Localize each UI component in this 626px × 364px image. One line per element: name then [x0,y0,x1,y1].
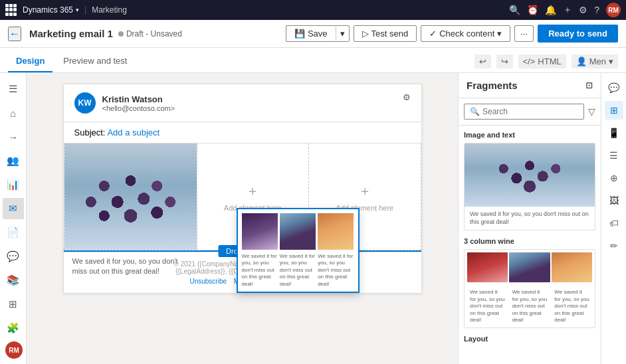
comment-icon[interactable]: 💬 [605,78,623,97]
check-chevron-icon: ▾ [497,29,502,39]
fragment-section-layout: Layout [464,335,595,343]
clock-icon[interactable]: ⏰ [527,5,538,15]
image-icon[interactable]: 🖼 [605,191,623,210]
test-send-icon: ▷ [362,29,369,39]
undo-button[interactable]: ↩ [474,54,491,68]
drag-col-text-2: We saved it for you, so you don't miss o… [280,251,316,288]
sidebar-item-library[interactable]: 📚 [3,270,24,291]
app-grid-icon[interactable] [5,4,17,16]
test-send-button[interactable]: ▷ Test send [354,25,417,42]
men-chevron-icon: ▾ [609,56,613,66]
search-icon: 🔍 [470,107,480,116]
fragment-3col-thumbs [465,250,595,285]
sidebar-item-menu[interactable]: ☰ [3,78,24,100]
brand-label[interactable]: Dynamics 365 ▾ [23,5,79,15]
sidebar-item-email[interactable]: ✉ [3,198,24,219]
sidebar-item-grid[interactable]: ⊞ [3,294,24,315]
status-dot-icon [118,31,124,37]
sidebar-item-chat[interactable]: 💬 [3,246,24,267]
plus-icon[interactable]: ＋ [563,4,572,16]
email-header-left: KW Kristin Watson <hello@contoso.com> [74,92,175,114]
sidebar-item-recent[interactable]: → [3,126,24,147]
redo-button[interactable]: ↪ [496,54,513,68]
plus-icon: ＋ [358,182,371,200]
frag-thumb-wine-1 [467,252,508,282]
tab-design[interactable]: Design [8,50,52,72]
sidebar-item-people[interactable]: 👥 [3,150,24,171]
fragment-image-area [465,143,595,207]
tab-actions: ↩ ↪ </> HTML 👤 Men ▾ [474,54,618,72]
save-dropdown-button[interactable]: ▾ [336,25,350,42]
page-title: Marketing email 1 [29,28,113,39]
search-input[interactable] [482,107,578,116]
tab-bar: Design Preview and test ↩ ↪ </> HTML 👤 M… [0,48,626,73]
bottom-avatar[interactable]: RM [5,341,23,359]
sender-name: Kristin Watson [102,94,175,104]
settings-icon[interactable]: ⚙ [403,92,411,102]
check-content-button[interactable]: ✓ Check content ▾ [421,25,510,42]
men-button[interactable]: 👤 Men ▾ [572,54,618,68]
elements-icon[interactable]: ⊞ [605,101,623,120]
fragments-search-box: 🔍 ▽ [459,98,601,126]
sidebar-item-page[interactable]: 📄 [3,222,24,243]
email-canvas: KW Kristin Watson <hello@contoso.com> ⚙ … [27,73,458,364]
drag-preview: We saved it for you, so you don't miss o… [237,208,360,293]
drag-col-text-3: We saved it for you, so you don't miss o… [318,251,354,288]
save-button-group: 💾 Save ▾ [286,25,350,42]
save-icon: 💾 [294,29,305,39]
section-title-layout: Layout [464,335,595,343]
drag-thumb-1 [242,213,278,250]
html-button[interactable]: </> HTML [518,54,566,68]
email-header: KW Kristin Watson <hello@contoso.com> ⚙ [64,84,421,122]
sender-avatar: KW [74,92,96,114]
fragment-card-image-text[interactable]: We saved it for you, so you don't miss o… [464,143,595,230]
search-input-wrapper[interactable]: 🔍 [464,104,584,120]
ready-to-send-button[interactable]: Ready to send [538,25,618,43]
more-button[interactable]: ··· [514,25,534,42]
pencil-icon[interactable]: ✏ [605,236,623,255]
help-icon[interactable]: ? [594,5,599,15]
fragments-header: Fragments ⊡ [459,73,601,98]
save-button[interactable]: 💾 Save [286,25,336,42]
email-subject: Subject: Add a subject [64,122,421,143]
check-content-icon: ✓ [429,29,437,39]
fragments-expand-icon[interactable]: ⊡ [585,80,593,90]
men-icon: 👤 [576,56,587,66]
frag-3col-text-1: We saved it for you, so you don't miss o… [467,287,508,325]
top-navigation: Dynamics 365 ▾ | Marketing 🔍 ⏰ 🔔 ＋ ⚙ ? R… [0,0,626,20]
email-body: We saved it for you, so you don't miss o… [64,143,421,293]
sidebar-item-home[interactable]: ⌂ [3,102,24,124]
tag-icon[interactable]: 🏷 [605,214,623,232]
column-1: We saved it for you, so you don't miss o… [64,143,197,250]
back-button[interactable]: ← [8,27,21,41]
email-wrapper: KW Kristin Watson <hello@contoso.com> ⚙ … [63,84,422,294]
sidebar-item-analytics[interactable]: 📊 [3,174,24,195]
sender-info: Kristin Watson <hello@contoso.com> [102,94,175,112]
tab-preview-and-test[interactable]: Preview and test [55,50,135,72]
section-title-image-text: Image and text [464,131,595,139]
avatar[interactable]: RM [606,3,621,17]
fragments-title: Fragments [467,80,518,91]
drag-thumb-3 [318,213,354,250]
sidebar-item-extensions[interactable]: 🧩 [3,318,24,339]
fragment-card-3col[interactable]: We saved it for you, so you don't miss o… [464,249,595,328]
fragment-section-3col-wine: 3 column wine We saved it for you, so yo… [464,237,595,328]
add-element-icon[interactable]: ⊕ [605,169,623,187]
main-layout: ☰ ⌂ → 👥 📊 ✉ 📄 💬 📚 ⊞ 🧩 KW Kristin Watson … [0,73,626,364]
frag-thumb-wine-2 [509,252,550,282]
search-icon[interactable]: 🔍 [509,5,520,15]
section-title-3col: 3 column wine [464,237,595,245]
brand-chevron-icon: ▾ [76,7,79,13]
status-badge: Draft - Unsaved [118,29,182,39]
fragments-panel: Fragments ⊡ 🔍 ▽ Image and text We saved … [458,73,601,364]
bell-icon[interactable]: 🔔 [545,5,556,15]
app-name-label: Marketing [92,5,127,15]
phone-icon[interactable]: 📱 [605,124,623,142]
unsubscribe-link[interactable]: Unsubscribe [189,278,227,285]
top-nav-actions: 🔍 ⏰ 🔔 ＋ ⚙ ? RM [509,3,621,17]
sender-email: <hello@contoso.com> [102,104,175,112]
filter-icon[interactable]: ▽ [588,106,595,117]
subject-link[interactable]: Add a subject [107,128,159,137]
settings-icon[interactable]: ⚙ [579,5,587,15]
list-icon[interactable]: ☰ [605,146,623,165]
